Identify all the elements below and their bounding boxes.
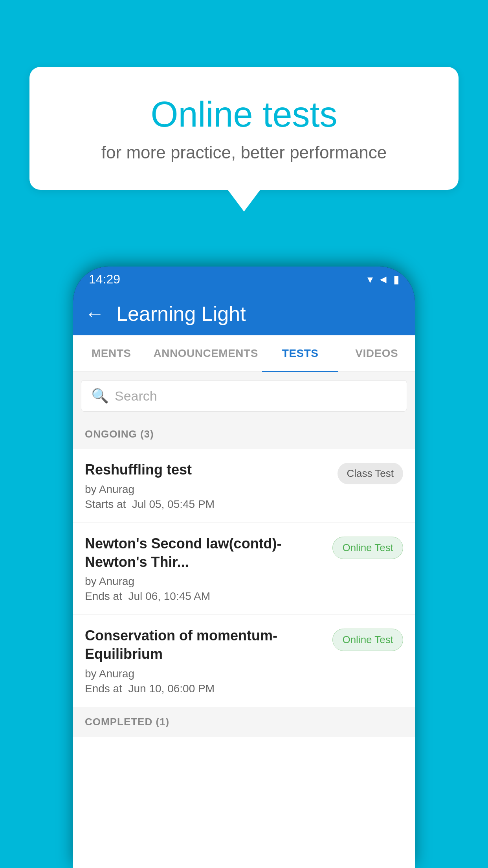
tabs-bar: MENTS ANNOUNCEMENTS TESTS VIDEOS: [73, 335, 415, 372]
search-input[interactable]: Search: [115, 388, 157, 404]
bubble-title: Online tests: [53, 94, 435, 135]
status-bar: 14:29 ▾ ◄ ▮: [73, 267, 415, 292]
search-icon: 🔍: [91, 388, 109, 404]
phone-screen: MENTS ANNOUNCEMENTS TESTS VIDEOS 🔍 Searc…: [73, 335, 415, 868]
test-badge-online: Online Test: [332, 537, 403, 559]
app-bar-title: Learning Light: [116, 302, 246, 326]
test-info: Newton's Second law(contd)-Newton's Thir…: [85, 535, 332, 603]
search-bar[interactable]: 🔍 Search: [81, 380, 407, 412]
tab-announcements[interactable]: ANNOUNCEMENTS: [150, 335, 262, 371]
completed-section-header: COMPLETED (1): [73, 707, 415, 737]
test-badge-class: Class Test: [338, 463, 403, 484]
back-button[interactable]: ←: [85, 302, 105, 325]
test-list: Reshuffling test by Anurag Starts at Jul…: [73, 449, 415, 868]
battery-icon: ▮: [393, 273, 399, 286]
test-item[interactable]: Newton's Second law(contd)-Newton's Thir…: [73, 523, 415, 615]
wifi-icon: ▾: [367, 273, 373, 286]
test-info: Reshuffling test by Anurag Starts at Jul…: [85, 461, 338, 511]
test-item[interactable]: Conservation of momentum-Equilibrium by …: [73, 615, 415, 707]
tab-tests[interactable]: TESTS: [262, 335, 339, 371]
ongoing-section-header: ONGOING (3): [73, 419, 415, 449]
signal-icon: ◄: [378, 273, 389, 286]
search-container: 🔍 Search: [73, 372, 415, 419]
test-time: Ends at Jul 06, 10:45 AM: [85, 590, 325, 603]
speech-bubble-container: Online tests for more practice, better p…: [29, 67, 459, 190]
status-icons: ▾ ◄ ▮: [367, 273, 399, 286]
test-item[interactable]: Reshuffling test by Anurag Starts at Jul…: [73, 449, 415, 523]
test-name: Conservation of momentum-Equilibrium: [85, 627, 325, 664]
test-author: by Anurag: [85, 483, 330, 496]
tab-videos[interactable]: VIDEOS: [338, 335, 415, 371]
test-author: by Anurag: [85, 575, 325, 588]
test-time: Starts at Jul 05, 05:45 PM: [85, 498, 330, 511]
tab-ments[interactable]: MENTS: [73, 335, 150, 371]
test-name: Reshuffling test: [85, 461, 330, 479]
app-bar: ← Learning Light: [73, 292, 415, 335]
test-time: Ends at Jun 10, 06:00 PM: [85, 682, 325, 695]
test-author: by Anurag: [85, 668, 325, 680]
bubble-subtitle: for more practice, better performance: [53, 143, 435, 162]
status-time: 14:29: [89, 272, 120, 287]
phone-frame: 14:29 ▾ ◄ ▮ ← Learning Light MENTS ANNOU…: [73, 267, 415, 868]
test-name: Newton's Second law(contd)-Newton's Thir…: [85, 535, 325, 572]
speech-bubble: Online tests for more practice, better p…: [29, 67, 459, 190]
test-badge-online: Online Test: [332, 629, 403, 651]
test-info: Conservation of momentum-Equilibrium by …: [85, 627, 332, 695]
